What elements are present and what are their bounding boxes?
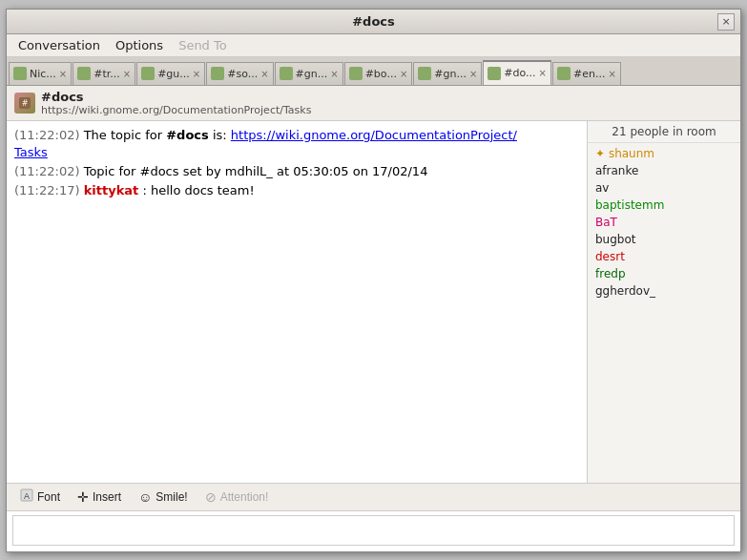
tab-so[interactable]: #so... × <box>206 62 273 85</box>
tab-label-gn1: #gn... <box>296 68 328 80</box>
menubar: Conversation Options Send To <box>7 34 740 57</box>
chat-message: (11:22:02) Topic for #docs set by mdhilL… <box>14 163 579 180</box>
channel-url: https://wiki.gnome.org/DocumentationProj… <box>41 104 311 116</box>
users-panel: 21 people in room ✦ shaunm afranke av ba… <box>588 121 740 483</box>
user-item-baptistemm[interactable]: baptistemm <box>588 197 740 214</box>
font-button[interactable]: A Font <box>12 487 68 507</box>
menu-sendto: Send To <box>171 36 235 54</box>
tab-close-nic[interactable]: × <box>59 69 67 79</box>
user-item-shaunm[interactable]: ✦ shaunm <box>588 145 740 162</box>
tab-close-gn1[interactable]: × <box>330 69 338 79</box>
msg3-text: : hello docs team! <box>142 183 254 197</box>
tab-gn1[interactable]: #gn... × <box>275 62 343 85</box>
tab-icon-so <box>211 67 224 80</box>
tab-label-gu: #gu... <box>157 68 190 80</box>
tab-close-en[interactable]: × <box>608 69 615 79</box>
main-area: (11:22:02) The topic for #docs is: https… <box>7 121 740 483</box>
tab-label-gn2: #gn... <box>434 68 467 80</box>
tab-icon-gn2 <box>418 67 431 80</box>
users-count: 21 people in room <box>588 121 740 143</box>
msg2-text: Topic for #docs set by mdhilL_ at 05:30:… <box>84 164 428 178</box>
svg-text:#: # <box>22 99 29 108</box>
channel-header: # #docs https://wiki.gnome.org/Documenta… <box>7 86 740 121</box>
insert-icon: ✛ <box>77 489 89 505</box>
insert-button[interactable]: ✛ Insert <box>70 487 129 507</box>
attention-button[interactable]: ⊘ Attention! <box>197 487 277 507</box>
tab-en[interactable]: #en... × <box>552 62 621 85</box>
input-area <box>7 511 740 551</box>
msg1-text-before: The topic for <box>84 128 167 142</box>
window-title: #docs <box>352 14 395 29</box>
tab-close-gu[interactable]: × <box>193 69 200 79</box>
tab-icon-gn1 <box>280 67 293 80</box>
op-star-icon: ✦ <box>595 147 609 160</box>
tab-icon-nic <box>13 67 27 80</box>
tab-label-do: #do... <box>504 67 535 79</box>
main-window: #docs × Conversation Options Send To Nic… <box>6 9 741 552</box>
tab-label-en: #en... <box>573 68 605 80</box>
tab-close-gn2[interactable]: × <box>469 69 477 79</box>
tab-nic[interactable]: Nic... × <box>9 62 72 85</box>
tab-close-so[interactable]: × <box>260 69 268 79</box>
tab-icon-gu <box>141 67 155 80</box>
tab-close-bo[interactable]: × <box>400 69 407 79</box>
tab-label-so: #so... <box>227 68 258 80</box>
tab-label-bo: #bo... <box>365 68 397 80</box>
chat-area: (11:22:02) The topic for #docs is: https… <box>7 121 588 483</box>
tabs-bar: Nic... × #tr... × #gu... × #so... × #gn.… <box>7 57 740 86</box>
font-icon: A <box>20 488 33 505</box>
tab-icon-tr <box>77 67 91 80</box>
tab-label-nic: Nic... <box>30 68 56 80</box>
user-item-bugbot[interactable]: bugbot <box>588 231 740 248</box>
tab-icon-bo <box>349 67 363 80</box>
msg1-time: (11:22:02) <box>14 128 80 142</box>
smile-label: Smile! <box>156 490 187 504</box>
menu-conversation[interactable]: Conversation <box>10 36 108 54</box>
tab-label-tr: #tr... <box>93 68 120 80</box>
insert-label: Insert <box>93 490 121 504</box>
tab-icon-do <box>488 67 501 80</box>
menu-options[interactable]: Options <box>108 36 171 54</box>
smile-button[interactable]: ☺ Smile! <box>131 487 196 507</box>
tab-close-do[interactable]: × <box>539 68 547 78</box>
user-item-bat[interactable]: BaT <box>588 214 740 231</box>
font-label: Font <box>37 490 60 504</box>
msg2-time: (11:22:02) <box>14 164 80 178</box>
message-input[interactable] <box>12 515 735 546</box>
channel-name: #docs <box>41 90 311 104</box>
attention-icon: ⊘ <box>205 489 217 505</box>
tab-gu[interactable]: #gu... × <box>136 62 205 85</box>
tab-do[interactable]: #do... × <box>483 60 551 85</box>
msg1-text-is: is: <box>213 128 231 142</box>
titlebar: #docs × <box>7 10 740 34</box>
channel-icon: # <box>14 93 35 114</box>
tab-tr[interactable]: #tr... × <box>73 62 135 85</box>
close-button[interactable]: × <box>717 13 735 31</box>
msg3-nick: kittykat <box>84 183 139 197</box>
user-item-afranke[interactable]: afranke <box>588 162 740 179</box>
msg3-time: (11:22:17) <box>14 183 80 197</box>
channel-info: #docs https://wiki.gnome.org/Documentati… <box>41 90 311 116</box>
smile-icon: ☺ <box>138 489 152 505</box>
users-list: ✦ shaunm afranke av baptistemm BaT bugbo… <box>588 143 740 483</box>
chat-message: (11:22:02) The topic for #docs is: https… <box>14 127 579 161</box>
tab-bo[interactable]: #bo... × <box>344 62 413 85</box>
chat-message: (11:22:17) kittykat : hello docs team! <box>14 182 579 199</box>
toolbar: A Font ✛ Insert ☺ Smile! ⊘ Attention! <box>7 483 740 511</box>
attention-label: Attention! <box>220 490 269 504</box>
svg-text:A: A <box>24 491 30 501</box>
user-item-desrt[interactable]: desrt <box>588 248 740 265</box>
msg1-channel-ref: #docs <box>166 128 209 142</box>
user-item-fredp[interactable]: fredp <box>588 265 740 282</box>
tab-close-tr[interactable]: × <box>123 69 131 79</box>
tab-icon-en <box>557 67 571 80</box>
user-item-av[interactable]: av <box>588 179 740 197</box>
tab-gn2[interactable]: #gn... × <box>413 62 482 85</box>
user-item-ggherdov[interactable]: ggherdov_ <box>588 282 740 300</box>
